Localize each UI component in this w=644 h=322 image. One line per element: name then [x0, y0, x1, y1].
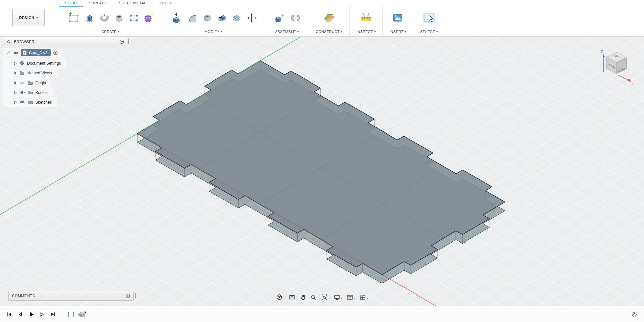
sketch-feature-marker[interactable]	[67, 310, 75, 318]
extrude-icon[interactable]	[83, 12, 96, 24]
comments-title: COMMENTS	[12, 294, 123, 298]
group-assemble-label[interactable]: ASSEMBLE	[275, 28, 299, 35]
expand-caret-icon[interactable]	[13, 91, 17, 95]
create-form-icon[interactable]	[142, 12, 155, 24]
orbit-icon	[276, 294, 283, 301]
fit-view-tool[interactable]: ▾	[321, 294, 330, 301]
document-icon	[23, 50, 27, 55]
group-inspect-label[interactable]: INSPECT	[356, 28, 376, 35]
browser-panel: BROWSER	[3, 37, 127, 107]
design-menu-button[interactable]: DESIGN	[12, 9, 45, 26]
create-sketch-icon[interactable]	[66, 10, 81, 26]
grid-settings-tool[interactable]: ▾	[346, 294, 355, 301]
orbit-tool[interactable]: ▾	[276, 294, 285, 301]
grid-settings-icon	[346, 294, 353, 301]
group-create-label[interactable]: CREATE	[101, 28, 119, 35]
pan-icon	[300, 294, 306, 301]
expand-caret-icon[interactable]	[13, 81, 17, 85]
tree-row-named-views[interactable]: Named Views	[3, 68, 57, 78]
revolve-icon[interactable]	[98, 12, 111, 24]
activate-component-radio[interactable]	[53, 50, 58, 55]
split-body-icon[interactable]	[230, 12, 243, 24]
selection-triangle-icon[interactable]	[7, 51, 11, 55]
tree-row-bodies[interactable]: Bodies	[3, 88, 53, 97]
timeline-settings[interactable]	[631, 311, 644, 317]
tree-row-sketches[interactable]: Sketches	[3, 97, 57, 107]
expand-comments-icon[interactable]	[125, 293, 130, 298]
tree-row-document-root[interactable]: Cara_C v2	[3, 48, 63, 57]
group-construct: CONSTRUCT	[309, 7, 350, 36]
measure-icon[interactable]	[358, 10, 374, 26]
go-to-end-button[interactable]	[50, 312, 56, 317]
construction-plane-icon[interactable]	[321, 10, 337, 26]
group-construct-text: CONSTRUCT	[316, 30, 340, 34]
minimize-panel-icon[interactable]	[119, 39, 124, 44]
display-settings-tool[interactable]: ▾	[334, 294, 342, 301]
toolbar-tab-strip: SOLID SURFACE SHEET METAL TOOLS	[59, 0, 177, 7]
tab-sheet-metal[interactable]: SHEET METAL	[113, 0, 152, 7]
top-toolbar: DESIGN SOLID SURFACE SHEET METAL TOOLS	[0, 0, 644, 37]
tree-row-origin[interactable]: Origin	[3, 78, 51, 88]
gear-icon	[19, 61, 24, 66]
tree-item-label: Origin	[35, 80, 46, 85]
visibility-eye-icon[interactable]	[19, 100, 25, 104]
active-document-pill[interactable]: Cara_C v2	[21, 49, 51, 56]
tab-tools[interactable]: TOOLS	[152, 0, 177, 7]
pattern-icon[interactable]	[127, 12, 140, 24]
pan-tool[interactable]	[300, 294, 306, 301]
fit-view-icon	[321, 294, 328, 301]
insert-canvas-icon[interactable]	[390, 10, 406, 26]
joint-icon[interactable]	[289, 12, 302, 24]
group-modify: MODIFY	[162, 7, 265, 36]
group-construct-label[interactable]: CONSTRUCT	[316, 28, 342, 35]
expand-caret-icon[interactable]	[13, 61, 17, 65]
press-pull-icon[interactable]	[169, 10, 184, 26]
extrude-feature-marker[interactable]	[78, 310, 87, 319]
group-assemble: ASSEMBLE	[265, 7, 309, 36]
tree-item-label: Sketches	[35, 100, 52, 105]
move-icon[interactable]	[245, 12, 258, 24]
gear-icon	[631, 311, 637, 317]
step-back-button[interactable]	[17, 312, 23, 317]
viewports-tool[interactable]: ▾	[359, 294, 368, 301]
tab-solid[interactable]: SOLID	[59, 0, 83, 7]
fillet-icon[interactable]	[186, 12, 199, 24]
tree-item-label: Bodies	[35, 90, 48, 95]
go-to-start-button[interactable]	[7, 312, 12, 317]
hole-icon[interactable]	[113, 12, 125, 24]
visibility-eye-icon[interactable]	[19, 80, 25, 85]
comments-bar[interactable]: COMMENTS	[8, 291, 134, 301]
expand-caret-icon[interactable]	[13, 71, 17, 75]
group-select-label[interactable]: SELECT	[420, 28, 438, 35]
select-cursor-icon[interactable]	[421, 10, 437, 26]
visibility-eye-icon[interactable]	[19, 90, 25, 95]
expand-caret-icon[interactable]	[13, 100, 17, 104]
group-inspect: INSPECT	[350, 7, 383, 36]
look-at-tool[interactable]	[289, 294, 296, 301]
combine-icon[interactable]	[216, 12, 228, 24]
timeline-bar	[0, 306, 644, 322]
group-insert-label[interactable]: INSERT	[389, 28, 406, 35]
viewport-canvas[interactable]: BROWSER	[0, 36, 644, 306]
visibility-eye-icon[interactable]	[13, 51, 19, 55]
step-forward-button[interactable]	[40, 312, 45, 317]
tab-surface[interactable]: SURFACE	[83, 0, 113, 7]
tree-item-label: Document Settings	[27, 61, 61, 66]
design-menu-label: DESIGN	[19, 16, 34, 20]
group-create: CREATE	[59, 7, 162, 36]
group-inspect-text: INSPECT	[356, 30, 373, 34]
timeline-features	[67, 310, 87, 319]
axis-x-label: X	[631, 82, 634, 86]
zoom-tool[interactable]	[310, 294, 317, 301]
view-cube[interactable]: Z TOP FRONT RIGHT X	[596, 42, 637, 88]
shell-icon[interactable]	[201, 12, 214, 24]
new-component-icon[interactable]	[272, 10, 287, 26]
group-modify-label[interactable]: MODIFY	[205, 28, 222, 35]
folder-icon	[19, 71, 25, 75]
comments-scrollbar[interactable]	[135, 293, 136, 298]
folder-icon	[28, 100, 33, 104]
collapse-panel-icon[interactable]	[6, 39, 11, 44]
tree-row-document-settings[interactable]: Document Settings	[3, 58, 66, 68]
play-button[interactable]	[28, 311, 34, 317]
panel-scrollbar[interactable]	[128, 39, 129, 44]
